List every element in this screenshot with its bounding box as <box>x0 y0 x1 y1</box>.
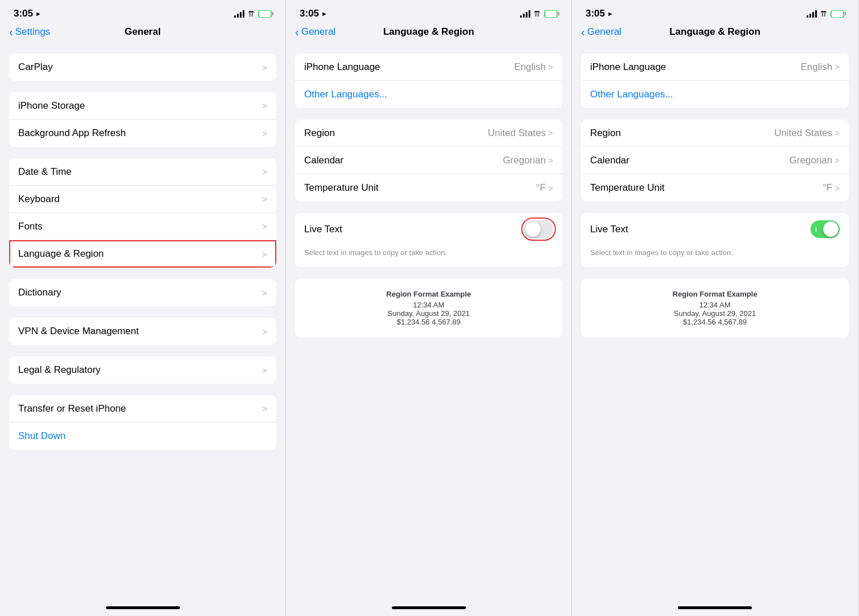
lang-region-list-2: iPhone Language English > Other Language… <box>286 42 571 602</box>
row-shut-down[interactable]: Shut Down <box>9 422 276 450</box>
battery-icon-1 <box>258 10 272 18</box>
row-transfer-reset[interactable]: Transfer or Reset iPhone > <box>9 395 276 422</box>
status-icons-2: ⇈ <box>520 9 558 18</box>
nav-bar-2: ‹ General Language & Region <box>286 24 571 42</box>
panel-language-region-off: 3:05 ► ⇈ ‹ General Language & Region <box>286 0 572 616</box>
chevron-icon: > <box>262 63 267 72</box>
wifi-icon-2: ⇈ <box>534 9 541 18</box>
chevron-icon: > <box>262 366 267 375</box>
section-live-text-2: Live Text Select text in images to copy … <box>295 213 562 267</box>
status-icons-3: ⇈ <box>807 9 844 18</box>
chevron-icon: > <box>548 155 553 165</box>
row-legal[interactable]: Legal & Regulatory > <box>9 356 276 384</box>
chevron-icon: > <box>262 288 267 298</box>
section-carplay: CarPlay > <box>9 54 276 81</box>
battery-icon-3 <box>831 10 844 18</box>
chevron-icon: > <box>262 404 267 413</box>
row-date-time[interactable]: Date & Time > <box>9 158 276 186</box>
row-background-refresh[interactable]: Background App Refresh > <box>9 120 276 147</box>
chevron-icon: > <box>262 221 267 231</box>
section-region-3: Region United States > Calendar Gregoria… <box>581 120 849 202</box>
status-time-2: 3:05 <box>300 8 319 19</box>
row-temperature-2[interactable]: Temperature Unit °F > <box>295 174 562 202</box>
wifi-icon-3: ⇈ <box>820 9 827 18</box>
row-iphone-storage[interactable]: iPhone Storage > <box>9 92 276 120</box>
chevron-icon: > <box>262 129 267 138</box>
chevron-icon: > <box>262 101 267 110</box>
page-title-2: Language & Region <box>383 26 475 38</box>
row-region-3[interactable]: Region United States > <box>581 120 849 147</box>
chevron-icon: > <box>262 249 267 259</box>
section-storage: iPhone Storage > Background App Refresh … <box>9 92 276 147</box>
row-iphone-language-3[interactable]: iPhone Language English > <box>581 54 849 81</box>
section-region-example-3: Region Format Example 12:34 AM Sunday, A… <box>581 278 849 338</box>
section-iphone-lang-3: iPhone Language English > Other Language… <box>581 54 849 108</box>
home-bar-2 <box>392 606 466 609</box>
live-text-description-2: Select text in images to copy or take ac… <box>295 245 562 267</box>
region-format-example-2: Region Format Example 12:34 AM Sunday, A… <box>304 288 553 328</box>
row-iphone-language-2[interactable]: iPhone Language English > <box>295 54 562 81</box>
back-button-1[interactable]: ‹ Settings <box>9 26 50 38</box>
panel-general: 3:05 ► ⇈ ‹ Settings General C <box>0 0 286 616</box>
live-text-toggle-3[interactable]: I <box>811 220 840 238</box>
live-text-description-3: Select text in images to copy or take ac… <box>581 245 849 267</box>
location-icon-1: ► <box>35 10 42 17</box>
back-button-2[interactable]: ‹ General <box>295 26 336 38</box>
signal-bars-3 <box>807 10 817 18</box>
page-title-1: General <box>125 26 161 38</box>
chevron-icon: > <box>835 128 840 138</box>
row-fonts[interactable]: Fonts > <box>9 213 276 240</box>
row-region-2[interactable]: Region United States > <box>295 120 562 147</box>
home-bar-1 <box>106 606 180 609</box>
chevron-icon: > <box>835 62 840 72</box>
nav-bar-1: ‹ Settings General <box>0 24 285 42</box>
home-bar-3 <box>678 606 752 609</box>
row-live-text-3: Live Text I <box>581 213 849 245</box>
wifi-icon-1: ⇈ <box>248 9 255 18</box>
row-keyboard[interactable]: Keyboard > <box>9 186 276 213</box>
row-other-languages-2[interactable]: Other Languages... <box>295 81 562 108</box>
section-region-example-2: Region Format Example 12:34 AM Sunday, A… <box>295 278 562 338</box>
chevron-icon: > <box>548 128 553 138</box>
signal-bars-2 <box>520 10 530 18</box>
settings-list: CarPlay > iPhone Storage > Background Ap… <box>0 42 285 602</box>
section-region-2: Region United States > Calendar Gregoria… <box>295 120 562 202</box>
chevron-icon: > <box>262 167 267 176</box>
status-icons-1: ⇈ <box>234 9 272 18</box>
chevron-icon: > <box>835 183 840 193</box>
chevron-icon: > <box>548 183 553 193</box>
section-live-text-3: Live Text I Select text in images to cop… <box>581 213 849 267</box>
battery-icon-2 <box>544 10 558 18</box>
section-date-language: Date & Time > Keyboard > Fonts > Languag… <box>9 158 276 268</box>
section-dictionary: Dictionary > <box>9 279 276 306</box>
page-title-3: Language & Region <box>669 26 760 38</box>
row-calendar-2[interactable]: Calendar Gregorian > <box>295 147 562 174</box>
chevron-icon: > <box>835 155 840 165</box>
region-format-example-3: Region Format Example 12:34 AM Sunday, A… <box>590 288 840 328</box>
section-iphone-lang-2: iPhone Language English > Other Language… <box>295 54 562 108</box>
chevron-icon: > <box>548 62 553 72</box>
status-bar-3: 3:05 ► ⇈ <box>572 0 858 24</box>
chevron-icon: > <box>262 194 267 204</box>
status-bar-1: 3:05 ► ⇈ <box>0 0 285 24</box>
status-time-1: 3:05 <box>14 8 33 19</box>
location-icon-3: ► <box>607 10 613 17</box>
row-vpn[interactable]: VPN & Device Management > <box>9 318 276 345</box>
panel-language-region-on: 3:05 ► ⇈ ‹ General Language & Region <box>572 0 858 616</box>
section-legal: Legal & Regulatory > <box>9 356 276 384</box>
row-temperature-3[interactable]: Temperature Unit °F > <box>581 174 849 202</box>
row-language-region[interactable]: Language & Region > <box>9 240 276 268</box>
row-live-text-2: Live Text <box>295 213 562 245</box>
chevron-icon: > <box>262 327 267 336</box>
row-carplay[interactable]: CarPlay > <box>9 54 276 81</box>
back-button-3[interactable]: ‹ General <box>581 26 621 38</box>
row-dictionary[interactable]: Dictionary > <box>9 279 276 306</box>
row-other-languages-3[interactable]: Other Languages... <box>581 81 849 108</box>
section-vpn: VPN & Device Management > <box>9 318 276 345</box>
section-transfer: Transfer or Reset iPhone > Shut Down <box>9 395 276 450</box>
row-calendar-3[interactable]: Calendar Gregorian > <box>581 147 849 174</box>
signal-bars-1 <box>234 10 244 18</box>
live-text-toggle-2[interactable] <box>524 220 553 238</box>
status-bar-2: 3:05 ► ⇈ <box>286 0 571 24</box>
status-time-3: 3:05 <box>586 8 605 19</box>
